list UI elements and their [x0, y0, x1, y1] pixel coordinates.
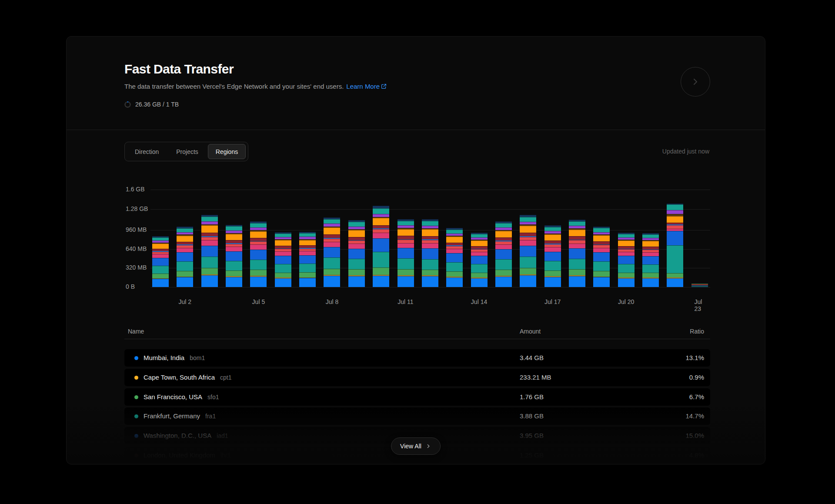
region-name: Cape Town, South Africa: [144, 374, 215, 381]
bar-segment-iad1: [275, 256, 291, 264]
bar-segment-sfo1: [299, 272, 316, 277]
bar-segment-other-amber: [324, 227, 340, 234]
bar-segment-fra1: [177, 261, 193, 271]
table-header-divider: [124, 339, 710, 339]
bar-segment-fra1: [495, 259, 512, 270]
region-name: Frankfurt, Germany: [144, 412, 200, 420]
bar-segment-bom1: [275, 278, 291, 287]
bar-segment-lhr1: [324, 234, 340, 237]
bar-segment-iad1: [250, 250, 267, 260]
card-subtitle: The data transfer between Vercel's Edge …: [124, 83, 387, 90]
bar-segment-other-teal: [348, 222, 365, 226]
bar-segment-other-amber: [397, 229, 414, 236]
learn-more-link[interactable]: Learn More: [346, 83, 387, 90]
bar-segment-other-amber: [201, 225, 218, 233]
bar-segment-other-purple: [520, 222, 536, 225]
bar-segment-other-purple: [667, 210, 683, 214]
gridline: [150, 190, 710, 190]
bar-segment-bom1: [544, 277, 561, 287]
region-amount: 233.21 MB: [520, 374, 551, 381]
region-color-dot: [134, 376, 138, 380]
bar-segment-other-red: [250, 241, 267, 244]
x-axis-label: Jul 14: [471, 298, 487, 305]
bar-segment-iad1: [177, 252, 193, 261]
bar-segment-bom1: [569, 276, 585, 287]
bar-segment-iad1: [299, 255, 316, 264]
tab-projects[interactable]: Projects: [168, 144, 206, 159]
bar-segment-bom1: [373, 276, 389, 287]
bar-segment-bom1: [446, 277, 463, 287]
region-amount: 1.25 GB: [520, 451, 544, 459]
bar-jul-2: [177, 227, 193, 287]
tab-direction[interactable]: Direction: [127, 144, 167, 159]
x-axis-label: Jul 20: [618, 298, 634, 305]
y-axis-label: 320 MB: [126, 264, 147, 271]
bar-segment-iad1: [201, 246, 218, 257]
bar-segment-iad1: [667, 231, 683, 245]
bar-segment-iad1: [446, 253, 463, 262]
bar-segment-iad1: [569, 248, 585, 259]
view-all-button[interactable]: View All: [391, 437, 441, 455]
bar-segment-sfo1: [177, 271, 193, 277]
bar-segment-other-pink: [471, 252, 488, 256]
bar-jul-3: [201, 215, 218, 287]
bar-jul-6: [275, 232, 291, 287]
y-axis-label: 1.28 GB: [126, 205, 148, 212]
bar-segment-fra1: [471, 264, 488, 273]
table-header: Name Amount Ratio: [124, 328, 710, 336]
bar-jul-19: [593, 227, 610, 287]
bar-segment-iad1: [520, 246, 536, 257]
region-name: Washington, D.C., USA: [144, 432, 211, 439]
bar-segment-other-pink: [299, 251, 316, 255]
bar-segment-other-pink: [569, 244, 585, 249]
region-color-dot: [134, 414, 138, 418]
bar-segment-fra1: [373, 252, 389, 267]
region-row-cpt1: Cape Town, South Africacpt1233.21 MB0.9%: [124, 369, 710, 386]
bar-segment-iad1: [618, 256, 635, 264]
bar-segment-fra1: [152, 266, 169, 274]
bar-segment-other-teal: [373, 208, 389, 214]
bar-segment-other-red: [569, 240, 585, 243]
bar-segment-other-amber: [544, 234, 561, 240]
bar-jul-15: [495, 221, 512, 287]
bar-jul-5: [250, 221, 267, 287]
bar-segment-fra1: [569, 259, 585, 269]
bar-segment-other-teal: [152, 237, 169, 241]
next-arrow-button[interactable]: [681, 67, 710, 97]
bar-segment-other-amber: [642, 241, 659, 247]
bar-segment-other-red: [201, 237, 218, 240]
subtitle-text: The data transfer between Vercel's Edge …: [124, 83, 344, 90]
region-code: cpt1: [220, 374, 231, 381]
y-axis-label: 960 MB: [126, 226, 147, 233]
bar-segment-iad1: [471, 256, 488, 264]
region-color-dot: [134, 395, 138, 399]
bar-segment-other-amber: [177, 236, 193, 242]
bar-segment-other-pink: [226, 247, 242, 251]
x-axis-label: Jul 5: [252, 298, 265, 305]
bar-segment-bom1: [324, 276, 340, 287]
bar-segment-other-amber: [373, 218, 389, 225]
bar-jul-10: [373, 206, 389, 287]
view-all-label: View All: [400, 443, 421, 450]
tab-regions[interactable]: Regions: [208, 144, 246, 159]
fast-data-transfer-card: Fast Data Transfer The data transfer bet…: [66, 36, 765, 464]
region-ratio: 14.7%: [685, 412, 704, 420]
bar-segment-fra1: [593, 261, 610, 271]
bar-segment-bom1: [299, 278, 316, 287]
bar-segment-iad1: [348, 249, 365, 259]
gridline: [150, 209, 710, 210]
bar-segment-bom1: [201, 275, 218, 287]
bar-segment-bom1: [667, 278, 683, 287]
bar-segment-other-red: [422, 240, 438, 243]
bar-segment-other-teal: [397, 221, 414, 225]
bar-segment-sfo1: [275, 273, 291, 277]
bar-jul-13: [446, 228, 463, 287]
bar-segment-other-amber: [446, 237, 463, 243]
bar-segment-bom1: [471, 278, 488, 287]
bar-segment-sfo1: [667, 273, 683, 277]
bar-segment-other-amber: [275, 240, 291, 246]
bar-segment-bom1: [691, 287, 708, 287]
chevron-right-icon: [425, 443, 431, 449]
bar-jul-11: [397, 219, 414, 287]
bar-segment-other-red: [348, 240, 365, 244]
